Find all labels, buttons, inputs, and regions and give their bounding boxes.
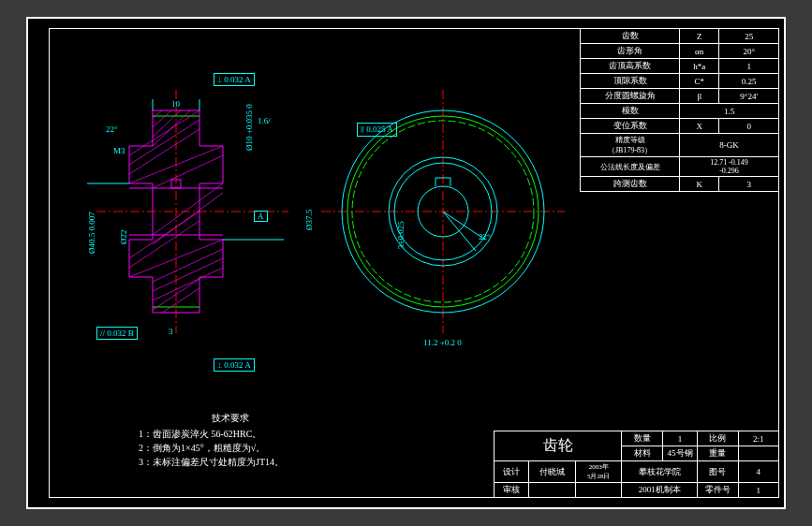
svg-line-13 — [129, 129, 199, 174]
gear-parameter-table: 齿数Z25 齿形角αn20° 齿顶高系数h*a1 顶隙系数C*0.25 分度圆螺… — [580, 28, 779, 192]
table-row: 齿顶高系数h*a1 — [581, 59, 779, 74]
dim-m3: M3 — [113, 146, 125, 155]
svg-line-16 — [153, 183, 223, 235]
svg-line-7 — [153, 110, 162, 118]
note-line: 3：未标注偏差尺寸处精度为JT14。 — [139, 455, 284, 469]
gd-t-runout: ⫴ 0.025 A — [357, 123, 397, 137]
datum-a: A — [254, 211, 268, 222]
dim-angle-left: 22° — [106, 124, 118, 134]
dim-angle-right: 22° — [479, 232, 491, 241]
svg-line-12 — [129, 120, 199, 165]
svg-line-8 — [153, 110, 171, 127]
dim-od: Ø37.5 — [304, 210, 314, 230]
table-row: 分度圆螺旋角β9°24' — [581, 89, 779, 104]
dim-key-width: 11.2 +0.2 0 — [423, 338, 462, 347]
table-row: 齿形角αn20° — [581, 44, 779, 59]
drawing-frame: ⟂ 0.032 A ⫴ 0.025 A ⟂ 0.032 A // 0.032 B… — [49, 28, 779, 498]
table-row: 精度等级 （JB179-83）8-GK — [581, 134, 779, 157]
note-line: 2：倒角为1×45°，粗糙度为√。 — [139, 441, 284, 455]
note-line: 1：齿面渗炭淬火 56-62HRC。 — [139, 427, 284, 441]
dim-key-depth: 3±0.025 — [396, 221, 406, 249]
svg-line-19 — [129, 221, 199, 268]
svg-line-39 — [443, 212, 476, 251]
part-name: 齿轮 — [495, 431, 622, 461]
dim-bore: Ø10 +0.035 0 — [244, 104, 254, 151]
table-row: 公法线长度及偏差12.71 -0.149 -0.296 — [581, 157, 779, 177]
svg-line-17 — [153, 193, 223, 244]
table-row: 跨测齿数K3 — [581, 177, 779, 192]
dim-22: Ø22 — [119, 230, 128, 245]
gd-t-perpendicular-bot: ⟂ 0.032 A — [214, 358, 255, 372]
table-row: 齿数Z25 — [581, 29, 779, 44]
dim-width-10: 10 — [171, 99, 180, 109]
technical-notes: 技术要求 1：齿面渗炭淬火 56-62HRC。 2：倒角为1×45°，粗糙度为√… — [139, 411, 284, 469]
table-row: 变位系数X0 — [581, 119, 779, 134]
svg-line-25 — [162, 288, 199, 313]
gd-t-parallel: // 0.032 B — [96, 327, 138, 340]
gd-t-perpendicular-top: ⟂ 0.032 A — [214, 73, 255, 86]
dim-3: 3 — [169, 327, 173, 336]
notes-title: 技术要求 — [176, 411, 284, 425]
table-row: 模数1.5 — [581, 104, 779, 119]
surface-finish: 1.6/ — [258, 116, 271, 125]
table-row: 顶隙系数C*0.25 — [581, 74, 779, 89]
dim-40: Ø40.5 0.007 — [87, 212, 96, 254]
title-block: 齿轮 数量1 比例2:1 材料45号钢 重量 设计 付晓城 2003年 5月28… — [494, 431, 779, 498]
